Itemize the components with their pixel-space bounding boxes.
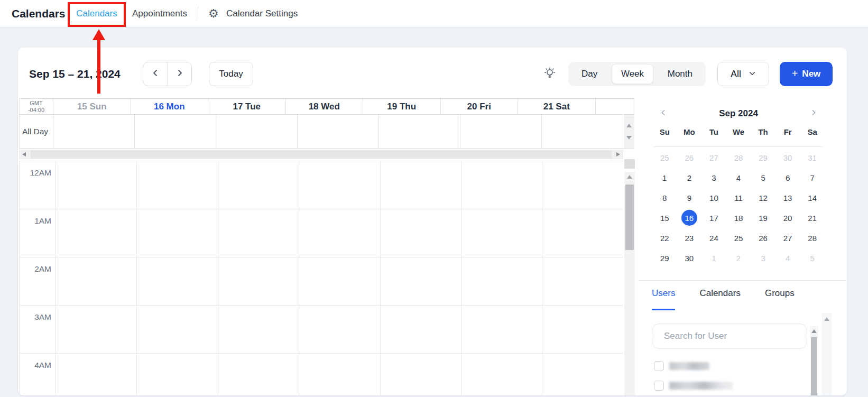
day-header-wed[interactable]: 18 Wed — [286, 99, 364, 114]
view-week-button[interactable]: Week — [612, 64, 653, 84]
scroll-left-icon[interactable] — [22, 152, 26, 156]
mini-day[interactable]: 19 — [755, 210, 771, 226]
time-slot-cell[interactable] — [137, 306, 218, 353]
scroll-up-icon[interactable] — [824, 317, 829, 321]
time-slot-cell[interactable] — [299, 209, 380, 257]
mini-day[interactable]: 5 — [805, 250, 820, 266]
mini-day[interactable]: 27 — [706, 150, 722, 165]
time-slot-cell[interactable] — [299, 306, 380, 353]
next-week-button[interactable] — [168, 62, 191, 86]
view-month-button[interactable]: Month — [659, 64, 701, 84]
mini-day[interactable]: 3 — [706, 170, 722, 186]
time-slot-cell[interactable] — [56, 306, 137, 353]
time-slot-cell[interactable] — [461, 306, 542, 353]
time-slot-cell[interactable] — [381, 209, 461, 257]
sidebar-tab-calendars[interactable]: Calendars — [699, 288, 741, 310]
scroll-up-icon[interactable] — [811, 329, 817, 333]
mini-day[interactable]: 7 — [805, 170, 820, 186]
sidebar-scrollbar[interactable] — [822, 313, 832, 395]
mini-day[interactable]: 26 — [755, 230, 771, 246]
mini-day[interactable]: 25 — [657, 150, 672, 165]
time-slot-cell[interactable] — [461, 257, 542, 305]
today-button[interactable]: Today — [209, 62, 253, 86]
time-slot-cell[interactable] — [461, 209, 542, 257]
time-slot-cell[interactable] — [461, 354, 542, 395]
time-slot-cell[interactable] — [381, 306, 461, 353]
calendar-filter-dropdown[interactable]: All — [717, 62, 769, 86]
day-header-sat[interactable]: 21 Sat — [518, 99, 596, 114]
user-list-scrollbar-thumb[interactable] — [811, 337, 817, 395]
all-day-cell[interactable] — [379, 115, 460, 148]
time-slot-cell[interactable] — [299, 161, 380, 209]
vertical-scrollbar-thumb[interactable] — [625, 184, 634, 250]
time-slot-cell[interactable] — [542, 257, 623, 305]
mini-day[interactable]: 6 — [780, 170, 796, 186]
mini-day[interactable]: 28 — [731, 150, 746, 165]
search-input[interactable] — [652, 324, 807, 349]
mini-day[interactable]: 29 — [657, 250, 672, 266]
mini-day[interactable]: 4 — [780, 250, 796, 266]
all-day-cell[interactable] — [542, 115, 623, 148]
mini-day[interactable]: 15 — [657, 210, 672, 226]
mini-day[interactable]: 11 — [731, 190, 746, 206]
time-slot-cell[interactable] — [56, 161, 137, 209]
time-slot-cell[interactable] — [381, 354, 461, 395]
time-slot-cell[interactable] — [137, 161, 218, 209]
mini-day[interactable]: 26 — [681, 150, 697, 165]
time-slot-cell[interactable] — [137, 257, 218, 305]
mini-day[interactable]: 1 — [657, 170, 672, 186]
scroll-up-icon[interactable] — [627, 175, 632, 179]
mini-day[interactable]: 18 — [731, 210, 746, 226]
gear-icon[interactable]: ⚙ — [208, 0, 219, 27]
time-slot-cell[interactable] — [137, 209, 218, 257]
prev-week-button[interactable] — [143, 62, 168, 86]
mini-next-button[interactable] — [810, 109, 817, 118]
mini-day[interactable]: 2 — [681, 170, 697, 186]
tab-appointments[interactable]: Appointments — [132, 0, 187, 27]
time-slot-cell[interactable] — [218, 257, 299, 305]
all-day-scrollbar[interactable] — [624, 115, 634, 148]
new-event-button[interactable]: + New — [780, 62, 833, 86]
mini-day[interactable]: 23 — [681, 230, 697, 246]
mini-day[interactable]: 14 — [805, 190, 820, 206]
time-slot-cell[interactable] — [218, 306, 299, 353]
mini-day[interactable]: 31 — [805, 150, 820, 165]
mini-day-selected[interactable]: 16 — [681, 210, 697, 226]
time-slot-cell[interactable] — [461, 161, 542, 209]
day-header-fri[interactable]: 20 Fri — [441, 99, 519, 114]
vertical-scrollbar[interactable] — [624, 172, 635, 395]
time-slot-cell[interactable] — [381, 257, 461, 305]
day-header-sun[interactable]: 15 Sun — [53, 99, 131, 114]
scroll-right-icon[interactable] — [616, 152, 620, 156]
checkbox-unchecked[interactable] — [654, 361, 664, 371]
day-header-tue[interactable]: 17 Tue — [208, 99, 286, 114]
mini-day[interactable]: 21 — [805, 210, 820, 226]
all-day-cell[interactable] — [216, 115, 298, 148]
mini-day[interactable]: 10 — [706, 190, 722, 206]
time-slot-cell[interactable] — [299, 257, 380, 305]
mini-day[interactable]: 13 — [780, 190, 796, 206]
time-slot-cell[interactable] — [542, 161, 623, 209]
mini-day[interactable]: 30 — [681, 250, 697, 266]
day-header-thu[interactable]: 19 Thu — [363, 99, 441, 114]
mini-day[interactable]: 25 — [731, 230, 746, 246]
time-slot-cell[interactable] — [218, 209, 299, 257]
mini-day[interactable]: 24 — [706, 230, 722, 246]
scroll-up-icon[interactable] — [626, 124, 632, 127]
mini-day[interactable]: 4 — [731, 170, 746, 186]
lightbulb-icon[interactable] — [543, 67, 557, 80]
all-day-cell[interactable] — [460, 115, 542, 148]
time-slot-cell[interactable] — [542, 306, 623, 353]
mini-day[interactable]: 8 — [657, 190, 672, 206]
checkbox-unchecked[interactable] — [654, 381, 664, 391]
sidebar-tab-users[interactable]: Users — [652, 288, 675, 310]
mini-day[interactable]: 17 — [706, 210, 722, 226]
time-slot-cell[interactable] — [218, 354, 299, 395]
mini-day[interactable]: 27 — [780, 230, 796, 246]
time-slot-cell[interactable] — [542, 209, 623, 257]
mini-day[interactable]: 28 — [805, 230, 820, 246]
time-slot-cell[interactable] — [56, 257, 137, 305]
time-slot-cell[interactable] — [137, 354, 218, 395]
horizontal-scrollbar[interactable] — [19, 150, 623, 159]
mini-day[interactable]: 2 — [731, 250, 746, 266]
